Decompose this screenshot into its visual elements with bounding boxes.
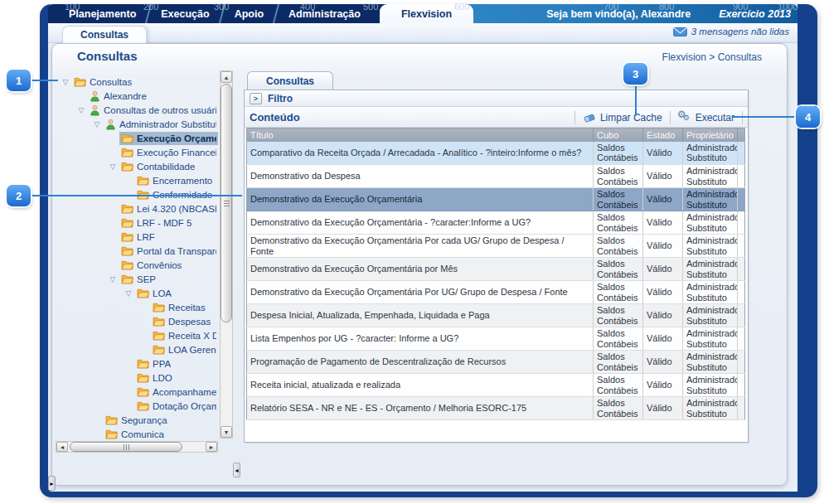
cell-proprietario: Administrador Substituto <box>683 374 738 397</box>
expander-icon[interactable]: ▽ <box>106 160 119 173</box>
messages-indicator[interactable]: 3 mensagens não lidas <box>673 27 789 36</box>
tree-item-label: LRF - MDF 5 <box>137 218 191 228</box>
expander-icon[interactable]: ▽ <box>75 104 88 117</box>
cell-estado: Válido <box>643 351 683 374</box>
folder-open-icon <box>105 414 118 425</box>
tree-item-content: PPA <box>135 357 218 371</box>
tree-item[interactable]: Alexandre <box>56 89 218 103</box>
ruler-mark: 900 <box>733 2 748 12</box>
table-row[interactable]: Demonstrativo da Execução OrçamentáriaSa… <box>247 188 745 211</box>
cell-titulo: Lista Empenhos por UG - ?caracter: Infor… <box>247 327 594 351</box>
tree-item[interactable]: Despesas <box>56 314 218 328</box>
table-row[interactable]: Lista Empenhos por UG - ?caracter: Infor… <box>247 327 745 351</box>
scroll-left-button[interactable]: ◄ <box>56 442 68 452</box>
arrow-up-icon: ▲ <box>224 75 230 80</box>
table-row[interactable]: Demonstrativo da Execução Orçamentária p… <box>247 258 745 281</box>
tree-item[interactable]: LDO <box>56 371 218 385</box>
nav-tab-administração[interactable]: Administração <box>276 4 373 23</box>
cell-estado: Válido <box>643 258 683 281</box>
tree-item[interactable]: Acompanhamento <box>56 385 218 399</box>
tree-item[interactable]: Lei 4.320 (NBCASP) <box>56 201 218 216</box>
tree-item[interactable]: Comunica <box>56 427 218 440</box>
tree-item[interactable]: ▽Contabilidade <box>56 159 218 173</box>
tree-item[interactable]: LOA Gerenciais <box>56 342 218 356</box>
tree-vertical-scrollbar[interactable]: ▲ ▼ <box>220 70 233 439</box>
scroll-right-button[interactable]: ► <box>206 442 217 452</box>
horizontal-scroll-thumb[interactable] <box>70 442 182 452</box>
cell-titulo: Demonstrativo da Execução Orçamentária -… <box>247 211 594 235</box>
vertical-scroll-thumb[interactable] <box>221 84 232 322</box>
cell-estado: Válido <box>643 142 683 165</box>
expander-icon[interactable]: ▽ <box>122 287 135 300</box>
tree-item[interactable]: Segurança <box>56 413 218 427</box>
tree-item[interactable]: Receitas <box>56 300 218 314</box>
expander-icon[interactable]: ▽ <box>59 75 72 89</box>
tree-item[interactable]: Portal da Transparência <box>56 244 218 258</box>
content-tab-consultas[interactable]: Consultas <box>247 71 333 90</box>
table-row[interactable]: Comparativo da Receita Orçada / Arrecada… <box>247 142 745 165</box>
tree-item[interactable]: Execução Financeira <box>56 145 218 159</box>
tree-item-content: Portal da Transparência <box>119 245 218 258</box>
table-row[interactable]: Demonstrativo da Execução Orçamentária -… <box>247 211 745 235</box>
column-header-estado[interactable]: Estado <box>643 128 683 142</box>
tree-item[interactable]: Encerramento <box>56 173 218 187</box>
panel-collapse-handle-left[interactable]: ► <box>48 476 56 491</box>
cell-spare <box>738 281 745 304</box>
tree-item[interactable]: Dotação Orçamentária <box>56 399 218 413</box>
cell-estado: Válido <box>643 304 683 327</box>
limpar-cache-button[interactable]: Limpar Cache <box>583 111 662 124</box>
nav-tab-apoio[interactable]: Apoio <box>222 4 276 23</box>
tree-item-label: Comunica <box>121 429 164 439</box>
folder-open-icon <box>121 245 133 256</box>
executar-button[interactable]: ⚙⚙Executar <box>678 111 734 124</box>
table-row[interactable]: Demonstrativo da Execução Orçamentária P… <box>247 281 745 304</box>
table-row[interactable]: Receita inicial, atualizada e realizadaS… <box>247 374 745 397</box>
filter-expand-button[interactable]: > <box>250 93 262 104</box>
column-header-titulo[interactable]: Título <box>247 128 594 142</box>
tree-item-content: LDO <box>135 371 218 385</box>
cell-cubo: Saldos Contábeis <box>594 397 643 420</box>
tree-item[interactable]: LRF <box>56 230 218 244</box>
tree-item[interactable]: Convênios <box>56 258 218 272</box>
tree-horizontal-scrollbar[interactable]: ◄ ► <box>56 441 218 453</box>
cell-proprietario: Administrador Substituto <box>683 211 738 235</box>
cell-proprietario: Administrador Substituto <box>683 304 738 327</box>
tree-item[interactable]: ▽Consultas de outros usuários <box>56 103 218 117</box>
tree-splitter-handle[interactable]: ◄ <box>233 463 240 477</box>
nav-tab-execução[interactable]: Execução <box>148 4 221 23</box>
column-header-proprietario[interactable]: Proprietário <box>683 128 738 142</box>
arrow-right-icon: ► <box>209 444 215 450</box>
cell-cubo: Saldos Contábeis <box>594 165 643 188</box>
cell-estado: Válido <box>643 327 683 351</box>
folder-open-icon <box>153 302 165 313</box>
table-row[interactable]: Demonstrativo da DespesaSaldos Contábeis… <box>247 165 745 188</box>
tree-item[interactable]: ▽LOA <box>56 286 218 300</box>
cell-cubo: Saldos Contábeis <box>594 188 643 211</box>
tree-item-content: Lei 4.320 (NBCASP) <box>119 202 218 216</box>
table-row[interactable]: Relatório SESA - NR e NE - ES - Orçament… <box>247 397 745 420</box>
user-icon <box>105 119 116 130</box>
tree-item[interactable]: ▽SEP <box>56 272 218 286</box>
table-row[interactable]: Demonstrativo da Execução Orçamentária P… <box>247 235 745 258</box>
tree-item[interactable]: Receita X Despesas <box>56 328 218 342</box>
cell-titulo: Demonstrativo da Despesa <box>247 165 594 188</box>
table-row[interactable]: Despesa Inicial, Atualizada, Empenhada, … <box>247 304 745 327</box>
callout-line-3 <box>635 84 637 116</box>
tab-consultas[interactable]: Consultas <box>62 26 147 43</box>
tree-item-content: LRF <box>119 230 218 244</box>
tree-item[interactable]: PPA <box>56 356 218 371</box>
tree-item[interactable]: ▽Consultas <box>56 75 218 89</box>
tree-item[interactable]: Execução Orçamentária <box>56 131 218 145</box>
expander-icon[interactable]: ▽ <box>106 273 119 286</box>
tree-item-content: Encerramento <box>135 174 218 187</box>
expander-icon[interactable]: ▽ <box>90 118 104 131</box>
cell-spare <box>738 304 745 327</box>
scroll-up-button[interactable]: ▲ <box>221 71 232 83</box>
cell-proprietario: Administrador Substituto <box>683 165 738 188</box>
scroll-down-button[interactable]: ▼ <box>221 426 232 438</box>
table-row[interactable]: Programação de Pagamento de Descentraliz… <box>247 351 745 374</box>
tree-item[interactable]: ▽Administrador Substituto <box>56 117 218 131</box>
column-header-cubo[interactable]: Cubo <box>594 128 643 142</box>
cell-titulo: Demonstrativo da Execução Orçamentária P… <box>247 235 594 258</box>
tree-item[interactable]: LRF - MDF 5 <box>56 216 218 230</box>
